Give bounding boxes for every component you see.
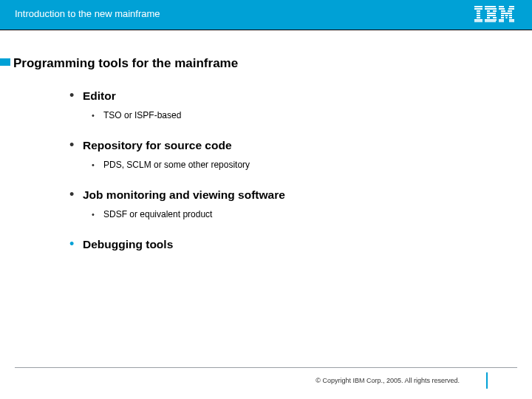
title-row: Programming tools for the mainframe — [0, 46, 532, 72]
svg-rect-29 — [509, 17, 512, 18]
svg-rect-24 — [501, 13, 512, 14]
svg-rect-10 — [487, 10, 490, 12]
footer-accent — [486, 372, 488, 389]
footer-divider — [15, 367, 517, 368]
svg-rect-7 — [474, 21, 482, 23]
svg-rect-3 — [477, 13, 480, 14]
svg-rect-15 — [493, 17, 497, 18]
sub-list-item: • TSO or ISPF-based — [92, 110, 488, 120]
svg-rect-0 — [474, 6, 482, 7]
bullet-icon: • — [69, 89, 83, 102]
list-item: • Job monitoring and viewing software • … — [69, 188, 488, 219]
bullet-icon: • — [92, 161, 103, 169]
svg-rect-31 — [499, 19, 504, 21]
svg-rect-12 — [487, 13, 496, 14]
svg-rect-8 — [485, 6, 496, 7]
sub-list-item-label: TSO or ISPF-based — [103, 110, 181, 120]
svg-rect-30 — [506, 17, 508, 18]
list-item: • Repository for source code • PDS, SCLM… — [69, 138, 488, 170]
svg-rect-22 — [501, 10, 505, 12]
header-bar: Introduction to the new mainframe — [0, 0, 532, 30]
slide-title: Programming tools for the mainframe — [13, 56, 238, 71]
sub-list-item-label: SDSF or equivalent product — [103, 209, 212, 219]
svg-rect-17 — [485, 21, 496, 23]
bullet-icon: • — [69, 237, 83, 250]
list-item: • Editor • TSO or ISPF-based — [69, 89, 488, 120]
slide: Introduction to the new mainframe — [0, 0, 532, 399]
svg-rect-23 — [508, 10, 512, 12]
svg-rect-16 — [485, 19, 497, 21]
svg-rect-14 — [487, 17, 490, 18]
svg-rect-27 — [505, 15, 508, 16]
svg-rect-1 — [474, 8, 482, 10]
title-accent-block — [0, 58, 10, 66]
bullet-icon: • — [92, 211, 103, 219]
svg-rect-32 — [509, 19, 514, 21]
svg-rect-11 — [493, 10, 497, 12]
bullet-icon: • — [69, 188, 83, 201]
list-item-label: Repository for source code — [83, 139, 232, 152]
list-item-label: Job monitoring and viewing software — [83, 188, 285, 202]
sub-list-item: • PDS, SCLM or some other repository — [92, 160, 488, 170]
svg-rect-18 — [499, 6, 504, 7]
svg-rect-19 — [509, 6, 514, 7]
list-item-label: Editor — [83, 89, 116, 103]
svg-rect-34 — [509, 21, 514, 23]
sub-list-item: • SDSF or equivalent product — [92, 209, 488, 219]
svg-rect-9 — [485, 8, 497, 10]
svg-rect-2 — [477, 10, 480, 12]
svg-rect-33 — [499, 21, 504, 23]
svg-rect-20 — [499, 8, 505, 10]
header-divider — [0, 30, 532, 30]
svg-rect-13 — [487, 15, 496, 16]
course-title: Introduction to the new mainframe — [15, 8, 160, 19]
list-item-label: Debugging tools — [83, 238, 173, 251]
svg-rect-4 — [477, 15, 480, 16]
slide-body: • Editor • TSO or ISPF-based • Repositor… — [69, 89, 488, 256]
svg-rect-5 — [477, 17, 480, 18]
svg-rect-26 — [509, 15, 512, 16]
ibm-logo — [474, 6, 514, 25]
copyright: © Copyright IBM Corp., 2005. All rights … — [316, 377, 460, 384]
bullet-icon: • — [69, 138, 83, 151]
svg-rect-6 — [474, 19, 482, 21]
svg-rect-25 — [501, 15, 504, 16]
bullet-icon: • — [92, 112, 103, 120]
svg-rect-28 — [501, 17, 504, 18]
list-item: • Debugging tools — [69, 237, 488, 251]
sub-list-item-label: PDS, SCLM or some other repository — [103, 160, 250, 170]
svg-rect-21 — [508, 8, 514, 10]
